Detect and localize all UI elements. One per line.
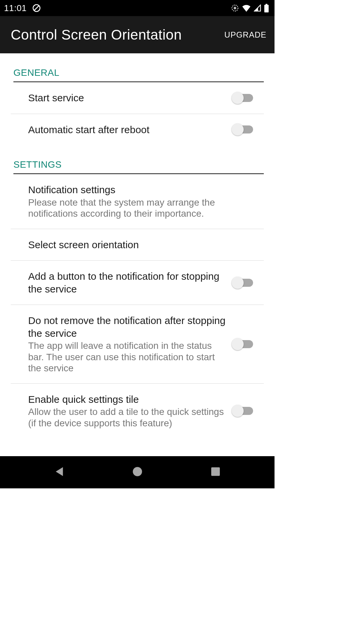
setting-notification[interactable]: Notification settings Please note that t… (11, 174, 264, 229)
toggle-quick-tile[interactable] (233, 407, 253, 415)
recent-icon (211, 467, 220, 478)
setting-title: Do not remove the notification after sto… (28, 314, 229, 339)
svg-rect-6 (265, 4, 267, 5)
setting-select-orientation[interactable]: Select screen orientation (11, 229, 264, 261)
setting-title: Add a button to the notification for sto… (28, 270, 229, 295)
back-icon (55, 466, 64, 478)
data-saver-icon (231, 4, 239, 12)
nav-recent-button[interactable] (189, 456, 242, 488)
setting-title: Notification settings (28, 183, 249, 196)
setting-stop-button[interactable]: Add a button to the notification for sto… (11, 261, 264, 305)
setting-title: Enable quick settings tile (28, 393, 229, 406)
svg-rect-5 (264, 5, 269, 12)
status-time: 11:01 (4, 3, 27, 13)
setting-desc: The app will leave a notification in the… (28, 340, 229, 374)
toggle-auto-start[interactable] (233, 125, 253, 133)
battery-icon (264, 4, 269, 12)
setting-keep-notification[interactable]: Do not remove the notification after sto… (11, 305, 264, 384)
status-left: 11:01 (4, 3, 41, 13)
cellular-icon (254, 4, 261, 12)
section-header-settings: SETTINGS (13, 159, 264, 174)
setting-title: Automatic start after reboot (28, 123, 229, 136)
status-right (231, 4, 269, 12)
setting-start-service[interactable]: Start service (11, 82, 264, 114)
upgrade-button[interactable]: UPGRADE (224, 30, 266, 40)
app-title: Control Screen Orientation (11, 27, 182, 43)
settings-content: GENERAL Start service Automatic start af… (0, 53, 275, 456)
toggle-stop-button[interactable] (233, 279, 253, 287)
rotation-lock-icon (32, 4, 41, 12)
setting-title: Select screen orientation (28, 238, 249, 251)
nav-back-button[interactable] (33, 456, 86, 488)
setting-title: Start service (28, 92, 229, 104)
svg-point-7 (133, 467, 142, 476)
toggle-start-service[interactable] (233, 94, 253, 102)
svg-line-1 (34, 6, 39, 10)
setting-quick-tile[interactable]: Enable quick settings tile Allow the use… (11, 384, 264, 438)
home-icon (132, 467, 142, 478)
nav-bar (0, 456, 275, 488)
section-header-general: GENERAL (13, 67, 264, 82)
setting-auto-start[interactable]: Automatic start after reboot (11, 114, 264, 146)
nav-home-button[interactable] (111, 456, 164, 488)
svg-rect-8 (211, 467, 220, 476)
wifi-icon (242, 4, 251, 12)
status-bar: 11:01 (0, 0, 275, 16)
app-bar: Control Screen Orientation UPGRADE (0, 16, 275, 53)
toggle-keep-notification[interactable] (233, 340, 253, 348)
setting-desc: Allow the user to add a tile to the quic… (28, 406, 229, 429)
setting-desc: Please note that the system may arrange … (28, 197, 249, 219)
